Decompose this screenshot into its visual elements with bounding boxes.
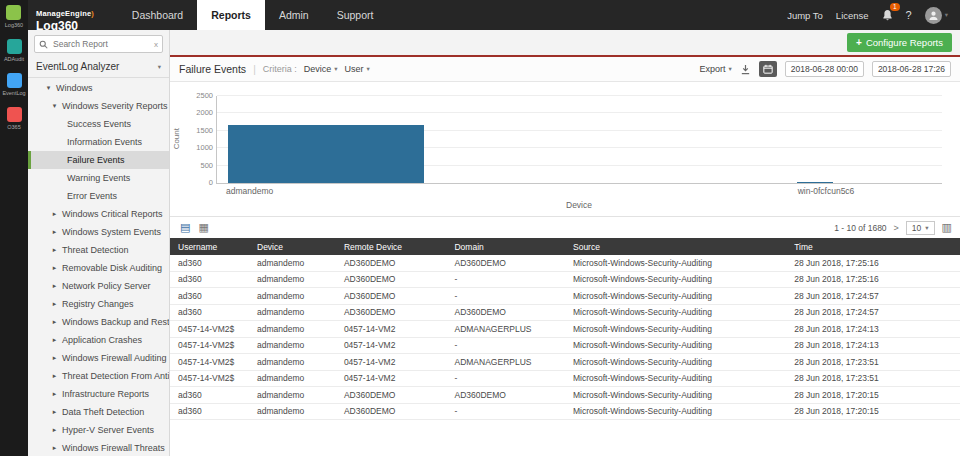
rail-icon-log360-icon [6, 5, 21, 20]
table-cell: AD360DEMO [336, 274, 447, 284]
tree-item-failure-events[interactable]: Failure Events [28, 151, 169, 169]
table-cell: AD360DEMO [336, 390, 447, 400]
page-size-select[interactable]: 10▾ [906, 221, 935, 235]
table-row[interactable]: ad360admandemoAD360DEMOAD360DEMOMicrosof… [170, 387, 960, 404]
tree-item-information-events[interactable]: Information Events [28, 133, 169, 151]
tree-item-windows-firewall-threats[interactable]: ▸Windows Firewall Threats [28, 439, 169, 456]
table-cell: AD360DEMO [336, 291, 447, 301]
chevron-right-icon: ▸ [51, 335, 58, 345]
nav-tab-dashboard[interactable]: Dashboard [118, 0, 197, 30]
table-row[interactable]: ad360admandemoAD360DEMO-Microsoft-Window… [170, 272, 960, 289]
tree-item-label: Windows Backup and Resto... [62, 317, 169, 327]
bar-win-0fcfcun5c6[interactable] [797, 182, 833, 183]
table-cell: ad360 [170, 307, 249, 317]
table-row[interactable]: ad360admandemoAD360DEMOAD360DEMOMicrosof… [170, 255, 960, 272]
table-row[interactable]: 0457-14-VM2$admandemo0457-14-VM2-Microso… [170, 371, 960, 388]
bar-admandemo[interactable] [228, 125, 424, 183]
tree-item-label: Threat Detection [62, 245, 129, 255]
next-page-button[interactable]: > [894, 223, 899, 233]
calendar-button[interactable] [759, 61, 777, 77]
rail-item-eventlog[interactable]: EventLog [2, 73, 25, 96]
table-cell: admandemo [249, 340, 336, 350]
brand-mark: ) [91, 9, 94, 18]
table-row[interactable]: ad360admandemoAD360DEMOAD360DEMOMicrosof… [170, 305, 960, 322]
table-row[interactable]: ad360admandemoAD360DEMO-Microsoft-Window… [170, 288, 960, 305]
tree-item-threat-detection[interactable]: ▸Threat Detection [28, 241, 169, 259]
nav-tab-admin[interactable]: Admin [265, 0, 323, 30]
table-cell: Microsoft-Windows-Security-Auditing [565, 340, 786, 350]
chevron-down-icon: ▾ [334, 65, 337, 73]
tree-item-label: Registry Changes [62, 299, 134, 309]
user-menu[interactable]: ▾ [925, 7, 948, 24]
brand-logo[interactable]: ManageEngine) Log360 [28, 0, 102, 30]
tree-item-windows-severity-reports[interactable]: ▾Windows Severity Reports [28, 97, 169, 115]
configure-row: + Configure Reports [170, 30, 960, 57]
column-header-domain[interactable]: Domain [446, 242, 565, 252]
tree-item-error-events[interactable]: Error Events [28, 187, 169, 205]
table-cell: AD360DEMO [446, 307, 565, 317]
table-row[interactable]: 0457-14-VM2$admandemo0457-14-VM2-Microso… [170, 338, 960, 355]
tree-item-windows-backup-and-resto[interactable]: ▸Windows Backup and Resto... [28, 313, 169, 331]
tree-item-windows-firewall-auditing[interactable]: ▸Windows Firewall Auditing [28, 349, 169, 367]
date-to-field[interactable]: 2018-06-28 17:26 [872, 61, 951, 77]
x-tick-label: win-0fcfcun5c6 [798, 186, 855, 196]
table-row[interactable]: 0457-14-VM2$admandemo0457-14-VM2ADMANAGE… [170, 321, 960, 338]
tree-item-success-events[interactable]: Success Events [28, 115, 169, 133]
tree-item-label: Removable Disk Auditing [62, 263, 162, 273]
criteria-device-dropdown[interactable]: Device▾ [304, 64, 338, 74]
table-cell: 0457-14-VM2 [336, 340, 447, 350]
license-link[interactable]: License [836, 10, 869, 21]
search-input[interactable] [51, 38, 151, 50]
rail-item-log360[interactable]: Log360 [5, 5, 23, 28]
column-header-username[interactable]: Username [170, 242, 249, 252]
tree-item-windows-system-events[interactable]: ▸Windows System Events [28, 223, 169, 241]
tree-item-label: Error Events [67, 191, 117, 201]
tree-item-threat-detection-from-anti[interactable]: ▸Threat Detection From Anti... [28, 367, 169, 385]
clear-search-icon[interactable]: x [154, 40, 158, 49]
tree-item-windows[interactable]: ▾Windows [28, 79, 169, 97]
table-row[interactable]: ad360admandemoAD360DEMO-Microsoft-Window… [170, 404, 960, 421]
bell-icon [882, 9, 893, 21]
notifications-button[interactable]: 1 [882, 9, 893, 21]
table-header-row: UsernameDeviceRemote DeviceDomainSourceT… [170, 238, 960, 255]
tree-item-infrastructure-reports[interactable]: ▸Infrastructure Reports [28, 385, 169, 403]
nav-tab-support[interactable]: Support [323, 0, 388, 30]
app-window: Log360ADAuditEventLogO365 ManageEngine) … [0, 0, 960, 456]
tree-item-label: Windows [56, 83, 93, 93]
tree-item-hyper-v-server-events[interactable]: ▸Hyper-V Server Events [28, 421, 169, 439]
column-header-remote-device[interactable]: Remote Device [336, 242, 447, 252]
brand-manageengine: ManageEngine [36, 9, 91, 18]
rail-item-adaudit[interactable]: ADAudit [4, 39, 24, 62]
configure-reports-button[interactable]: + Configure Reports [847, 33, 952, 52]
table-cell: 28 Jun 2018, 17:23:51 [786, 373, 960, 383]
tree-item-warning-events[interactable]: Warning Events [28, 169, 169, 187]
tree-item-network-policy-server[interactable]: ▸Network Policy Server [28, 277, 169, 295]
tree-item-application-crashes[interactable]: ▸Application Crashes [28, 331, 169, 349]
table-cell: ADMANAGERPLUS [446, 357, 565, 367]
tree-item-removable-disk-auditing[interactable]: ▸Removable Disk Auditing [28, 259, 169, 277]
column-header-source[interactable]: Source [565, 242, 786, 252]
tree-item-windows-critical-reports[interactable]: ▸Windows Critical Reports [28, 205, 169, 223]
column-chooser-icon[interactable]: ▥ [942, 221, 952, 234]
table-view-toggle[interactable]: ▤ [178, 221, 192, 234]
tree-item-registry-changes[interactable]: ▸Registry Changes [28, 295, 169, 313]
column-header-device[interactable]: Device [249, 242, 336, 252]
grid-view-toggle[interactable]: ▦ [196, 221, 210, 234]
criteria-user-dropdown[interactable]: User▾ [345, 64, 370, 74]
table-cell: Microsoft-Windows-Security-Auditing [565, 291, 786, 301]
tree-item-data-theft-detection[interactable]: ▸Data Theft Detection [28, 403, 169, 421]
rail-item-o365[interactable]: O365 [7, 107, 22, 130]
table-cell: 28 Jun 2018, 17:25:16 [786, 274, 960, 284]
table-row[interactable]: 0457-14-VM2$admandemo0457-14-VM2ADMANAGE… [170, 354, 960, 371]
jump-to-link[interactable]: Jump To [787, 10, 823, 21]
nav-tab-reports[interactable]: Reports [197, 0, 265, 30]
chevron-down-icon: ▾ [728, 65, 731, 73]
column-header-time[interactable]: Time [786, 242, 960, 252]
date-from-field[interactable]: 2018-06-28 00:00 [785, 61, 864, 77]
product-selector[interactable]: EventLog Analyzer ▾ [28, 57, 169, 78]
help-button[interactable]: ? [906, 9, 912, 21]
download-button[interactable] [740, 64, 751, 75]
table-cell: Microsoft-Windows-Security-Auditing [565, 406, 786, 416]
table-cell: AD360DEMO [446, 390, 565, 400]
export-dropdown[interactable]: Export▾ [699, 64, 731, 74]
